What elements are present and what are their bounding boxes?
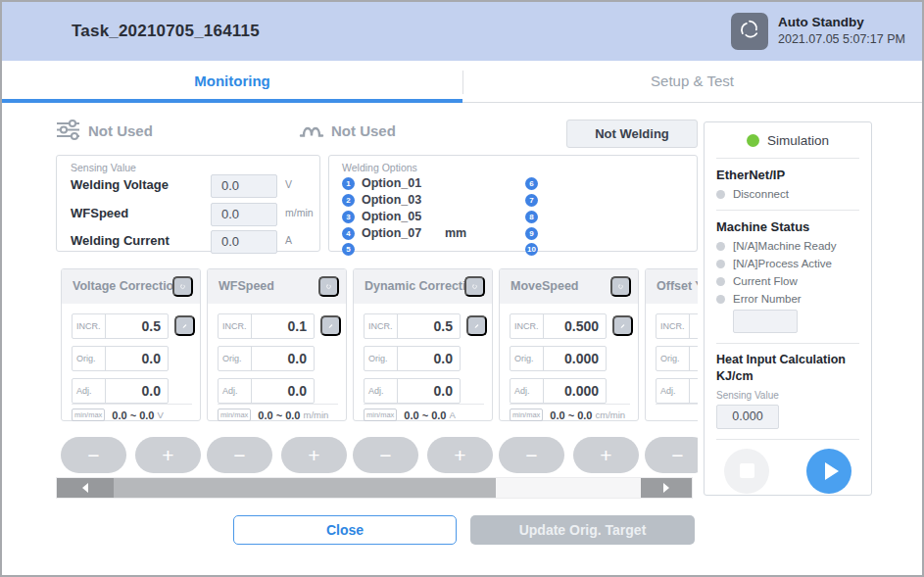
scroll-left-button[interactable] — [57, 478, 114, 498]
option-row-4: 4 Option_07 mm — [342, 226, 466, 240]
plus-button[interactable]: + — [135, 437, 201, 473]
adj-value: 0.0 — [398, 379, 460, 403]
sensing-sliders-icon — [56, 119, 80, 145]
update-orig-target-button[interactable]: Update Orig. Target — [470, 515, 695, 545]
orig-field[interactable]: Orig. 0.0 — [72, 346, 169, 371]
play-button[interactable] — [806, 449, 851, 494]
adj-value — [690, 379, 698, 403]
card-dynamic-correction: Dynamic Correction INCR. 0.5 Orig. 0.0 A… — [353, 268, 493, 421]
error-number-field — [733, 310, 798, 333]
orig-field[interactable]: Orig. 0.0 — [364, 346, 461, 371]
adjust-group-movespeed: − + — [499, 437, 639, 474]
ethernet-status-label: Disconnect — [733, 188, 789, 200]
incr-field[interactable]: INCR. 0.1 — [218, 313, 315, 339]
tab-setup-test-label: Setup & Test — [651, 72, 734, 89]
minus-button[interactable]: − — [499, 437, 564, 473]
weaving-not-used-label: Not Used — [331, 122, 396, 139]
stop-button[interactable] — [724, 449, 769, 494]
horizontal-scrollbar[interactable] — [56, 477, 693, 499]
welding-state-label: Not Welding — [595, 126, 669, 141]
reset-icon[interactable] — [172, 276, 193, 297]
wfspeed-unit: m/min — [285, 207, 314, 218]
scrollbar-thumb[interactable] — [114, 478, 496, 498]
welding-state-badge[interactable]: Not Welding — [566, 120, 698, 148]
status-side-panel: Simulation EtherNet/IP Disconnect Machin… — [704, 121, 872, 496]
incr-field[interactable]: INCR. — [656, 313, 698, 339]
ethernet-status-item: Disconnect — [716, 188, 859, 200]
minus-button[interactable]: − — [207, 437, 272, 473]
welding-current-value: 0.0 — [211, 230, 277, 254]
play-icon — [825, 462, 839, 480]
adj-field[interactable]: Adj. 0.0 — [72, 378, 169, 404]
edit-pencil-icon[interactable] — [320, 315, 341, 336]
minmax-row: min/max 0.0 ~ 0.0 cm/min — [510, 404, 630, 421]
minus-button[interactable]: − — [353, 437, 418, 473]
reset-icon[interactable] — [464, 276, 485, 297]
adjust-buttons-row: − + − + − + − + − + — [61, 437, 698, 474]
adj-field[interactable]: Adj. 0.000 — [510, 378, 607, 404]
incr-label: INCR. — [365, 314, 398, 338]
swirl-icon — [737, 17, 762, 46]
incr-field[interactable]: INCR. 0.5 — [364, 313, 461, 339]
simulation-status: Simulation — [716, 133, 859, 148]
simulation-label: Simulation — [767, 133, 829, 148]
welding-current-label: Welding Current — [71, 233, 170, 248]
option-number-badge: 2 — [342, 194, 355, 207]
edit-pencil-icon[interactable] — [466, 315, 487, 336]
divider — [716, 210, 859, 211]
plus-button[interactable]: + — [573, 437, 639, 473]
tab-bar: Monitoring Setup & Test — [2, 61, 922, 103]
orig-label: Orig. — [511, 347, 544, 370]
option-row-6: 6 — [525, 176, 538, 190]
orig-field[interactable]: Orig. 0.000 — [510, 346, 607, 371]
heat-sensing-value: 0.000 — [716, 405, 779, 429]
status-datetime: 2021.07.05 5:07:17 PM — [778, 32, 905, 46]
plus-button[interactable]: + — [281, 437, 347, 473]
tab-setup-test[interactable]: Setup & Test — [462, 61, 922, 102]
welding-voltage-value: 0.0 — [211, 174, 277, 198]
gray-status-dot — [716, 295, 725, 304]
adj-field[interactable]: Adj. 0.0 — [218, 378, 315, 404]
welding-voltage-unit: V — [285, 178, 292, 190]
option-number-badge: 5 — [342, 243, 355, 256]
divider — [716, 343, 859, 344]
adj-field[interactable]: Adj. — [656, 378, 698, 404]
run-controls — [716, 449, 859, 494]
close-button[interactable]: Close — [233, 515, 457, 545]
adj-value: 0.0 — [106, 379, 168, 403]
reset-icon[interactable] — [610, 276, 631, 297]
heat-input-unit: KJ/cm — [716, 369, 859, 383]
card-wfspeed: WFSpeed INCR. 0.1 Orig. 0.0 Adj. 0.0 min… — [207, 268, 347, 421]
gray-status-dot — [716, 190, 725, 199]
edit-pencil-icon[interactable] — [612, 315, 633, 336]
orig-label: Orig. — [657, 347, 690, 370]
minmax-row: min/max 0.0 ~ 0.0 V — [72, 404, 192, 421]
welding-options-title: Welding Options — [342, 162, 417, 173]
scroll-right-button[interactable] — [641, 478, 692, 498]
minmax-range: 0.0 ~ 0.0 — [404, 409, 446, 421]
current-flow-label: Current Flow — [733, 275, 798, 287]
option-number-badge: 7 — [525, 194, 538, 207]
plus-button[interactable]: + — [427, 437, 493, 473]
edit-pencil-icon[interactable] — [174, 315, 195, 336]
orig-field[interactable]: Orig. — [656, 346, 698, 371]
option-label: Option_03 — [362, 193, 445, 207]
machine-status-title: Machine Status — [716, 219, 859, 234]
stop-icon — [740, 463, 754, 478]
tab-monitoring[interactable]: Monitoring — [2, 61, 462, 102]
reset-icon[interactable] — [318, 276, 339, 297]
minus-button[interactable]: − — [61, 437, 126, 473]
minus-button[interactable]: − — [645, 437, 698, 473]
card-title: Offset Y — [646, 269, 698, 304]
machine-mode-status: Auto Standby 2021.07.05 5:07:17 PM — [778, 15, 905, 46]
minmax-unit: V — [157, 409, 163, 420]
orig-label: Orig. — [73, 347, 106, 370]
adj-field[interactable]: Adj. 0.0 — [364, 378, 461, 404]
correction-cards-scroller: Voltage Correction INCR. 0.5 Orig. 0.0 A… — [61, 268, 698, 423]
incr-field[interactable]: INCR. 0.5 — [72, 313, 169, 339]
option-number-badge: 3 — [342, 211, 355, 223]
incr-value — [690, 314, 698, 338]
orig-field[interactable]: Orig. 0.0 — [218, 346, 315, 371]
incr-field[interactable]: INCR. 0.500 — [510, 313, 607, 339]
minmax-range: 0.0 ~ 0.0 — [258, 409, 300, 421]
